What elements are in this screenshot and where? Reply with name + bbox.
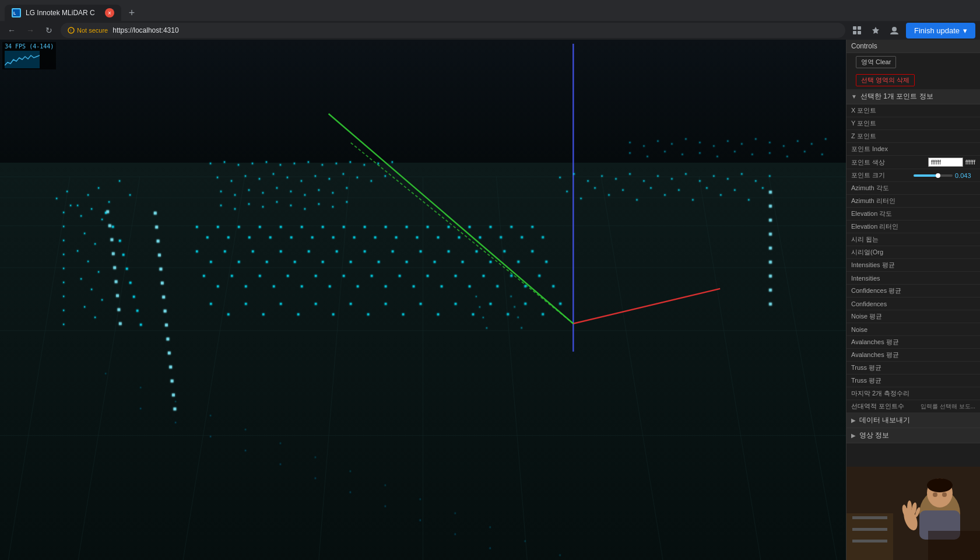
svg-rect-148 [629, 173, 630, 174]
svg-rect-84 [252, 163, 253, 164]
extensions-icon[interactable] [850, 23, 864, 37]
svg-text:!: ! [71, 29, 72, 33]
svg-rect-79 [117, 308, 120, 311]
svg-rect-38 [119, 180, 120, 181]
svg-rect-111 [262, 192, 264, 193]
svg-rect-297 [489, 303, 491, 305]
svg-rect-128 [154, 212, 157, 215]
svg-rect-225 [510, 226, 512, 228]
clear-button[interactable]: 영역 Clear [856, 56, 896, 68]
refresh-button[interactable]: ↻ [42, 23, 56, 37]
svg-rect-51 [119, 240, 121, 242]
video-header[interactable]: ▶ 영상 정보 [846, 428, 980, 443]
svg-rect-276 [496, 285, 498, 288]
export-title: 데이터 내보내기 [859, 415, 910, 425]
total-points-value: 입력를 선택해 보도... [921, 402, 975, 411]
svg-rect-347 [751, 153, 753, 155]
svg-rect-114 [304, 194, 305, 195]
panel-scroll-area[interactable]: Controls 영역 Clear 선택 영역의 삭제 ▼ 선택한 1개 포인트… [846, 40, 980, 467]
tab-close-button[interactable]: × [105, 8, 114, 18]
svg-rect-280 [552, 285, 554, 288]
svg-rect-291 [385, 303, 387, 305]
svg-point-361 [927, 478, 953, 492]
delete-button[interactable]: 선택 영역의 삭제 [856, 74, 915, 86]
svg-rect-286 [297, 313, 300, 316]
svg-rect-300 [542, 313, 544, 316]
svg-rect-193 [489, 548, 490, 549]
forward-button[interactable]: → [23, 23, 37, 37]
svg-rect-343 [682, 153, 683, 155]
svg-rect-195 [196, 226, 198, 228]
svg-rect-70 [84, 306, 85, 307]
elevation-return-row: Elevation 리터인 [846, 220, 980, 233]
svg-point-363 [933, 492, 937, 497]
profile-icon[interactable] [887, 23, 901, 37]
browser-chrome: L LG Innotek MLiDAR C × + ← → ↻ ! Not se… [0, 0, 980, 40]
avalanches-mean1-label: Avalanches 평균 [851, 338, 975, 346]
viewport[interactable]: 34 FPS (4-144) [0, 40, 846, 560]
svg-rect-268 [385, 285, 387, 288]
svg-rect-301 [559, 303, 561, 305]
svg-rect-322 [524, 541, 525, 542]
fps-overlay: 34 FPS (4-144) [2, 42, 56, 69]
export-header[interactable]: ▶ 데이터 내보내기 [846, 413, 980, 428]
svg-rect-256 [217, 285, 219, 288]
svg-rect-230 [210, 261, 212, 263]
svg-rect-141 [172, 394, 175, 397]
new-tab-button[interactable]: + [124, 5, 140, 21]
export-arrow: ▶ [851, 417, 856, 424]
svg-rect-357 [852, 528, 887, 531]
svg-rect-214 [395, 236, 398, 239]
svg-rect-204 [290, 236, 293, 239]
svg-rect-330 [699, 142, 700, 143]
point-size-slider[interactable] [914, 174, 953, 177]
svg-rect-329 [685, 138, 686, 139]
svg-rect-192 [454, 534, 455, 535]
svg-rect-146 [601, 176, 602, 177]
back-button[interactable]: ← [5, 23, 19, 37]
bookmark-icon[interactable] [869, 23, 883, 37]
z-point-label: Z 포인트 [851, 132, 975, 141]
controls-header: Controls [846, 40, 980, 53]
azimuth-angle-label: Azimuth 각도 [851, 184, 975, 192]
controls-title: Controls [851, 42, 877, 50]
svg-rect-205 [301, 226, 303, 228]
svg-rect-269 [399, 275, 401, 277]
svg-rect-86 [280, 164, 281, 165]
svg-rect-271 [426, 275, 428, 277]
svg-rect-180 [734, 190, 735, 191]
svg-rect-287 [315, 303, 317, 305]
finish-update-button[interactable]: Finish update ▾ [906, 23, 975, 38]
svg-rect-165 [769, 275, 772, 278]
svg-rect-279 [538, 275, 540, 277]
svg-rect-293 [420, 303, 422, 305]
active-tab[interactable]: L LG Innotek MLiDAR C × [5, 5, 121, 21]
svg-rect-255 [203, 275, 205, 277]
elevation-angle-row: Elevation 각도 [846, 208, 980, 220]
svg-rect-288 [332, 313, 335, 316]
svg-rect-228 [542, 236, 544, 239]
delete-button-row: 선택 영역의 삭제 [846, 71, 980, 89]
svg-rect-106 [371, 180, 372, 181]
svg-rect-248 [461, 261, 463, 263]
svg-rect-48 [63, 324, 64, 325]
svg-rect-154 [713, 176, 714, 177]
point-color-input[interactable] [928, 158, 963, 167]
svg-rect-78 [116, 294, 119, 297]
svg-rect-179 [720, 194, 721, 195]
confidences-mean-label: Confidences 평균 [851, 286, 975, 295]
svg-rect-43 [63, 254, 64, 255]
svg-rect-63 [94, 243, 96, 244]
svg-rect-315 [280, 443, 281, 444]
svg-rect-327 [657, 141, 658, 142]
svg-rect-221 [468, 226, 470, 228]
svg-rect-282 [227, 313, 230, 316]
svg-rect-139 [169, 366, 172, 369]
svg-rect-164 [769, 261, 772, 264]
svg-rect-182 [762, 187, 763, 188]
svg-rect-254 [545, 261, 547, 263]
url-bar[interactable]: ! Not secure https://localhost:4310 [61, 23, 845, 38]
svg-rect-337 [797, 141, 798, 142]
svg-rect-69 [101, 299, 103, 300]
svg-rect-351 [821, 153, 823, 155]
